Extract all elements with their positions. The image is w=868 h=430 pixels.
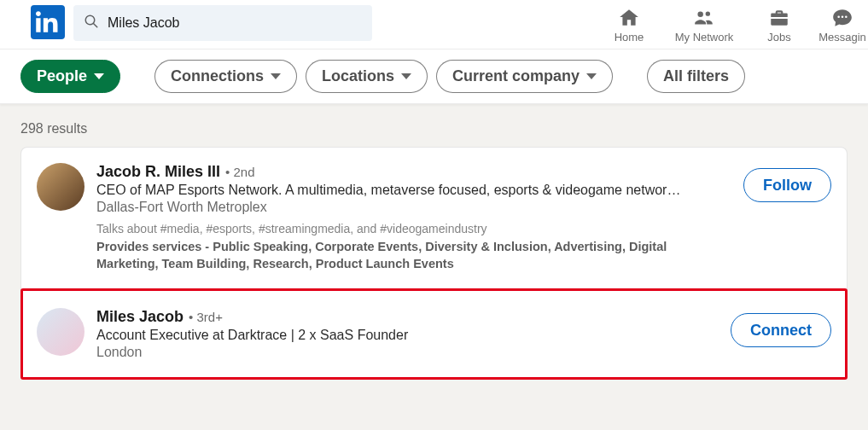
nav-jobs-label: Jobs [767, 31, 790, 44]
home-icon [591, 7, 667, 29]
filter-bar: People Connections Locations Current com… [0, 49, 868, 104]
result-degree: 3rd+ [189, 310, 223, 324]
filter-locations[interactable]: Locations [306, 60, 428, 93]
people-icon [667, 7, 742, 29]
avatar[interactable] [37, 163, 84, 211]
result-services: Provides services - Public Speaking, Cor… [96, 239, 711, 272]
filter-connections-label: Connections [171, 67, 264, 85]
result-location: Dallas-Fort Worth Metroplex [96, 200, 743, 215]
result-info: Miles Jacob 3rd+ Account Executive at Da… [96, 308, 731, 360]
filter-all-label: All filters [663, 67, 729, 85]
nav-home-label: Home [615, 31, 644, 44]
chevron-down-icon [401, 73, 411, 79]
result-name[interactable]: Jacob R. Miles III [96, 163, 220, 181]
briefcase-icon [742, 7, 817, 29]
results-count: 298 results [20, 121, 848, 137]
result-info: Jacob R. Miles III 2nd CEO of MAP Esport… [96, 163, 743, 272]
filter-connections[interactable]: Connections [154, 60, 297, 93]
filter-all[interactable]: All filters [647, 60, 745, 93]
follow-button[interactable]: Follow [743, 168, 831, 202]
search-input[interactable] [108, 15, 362, 31]
nav-messaging[interactable]: Messagin [817, 5, 868, 44]
top-navbar: Home My Network Jobs Messagin [0, 0, 868, 49]
search-icon [84, 14, 108, 32]
filter-people[interactable]: People [20, 60, 120, 93]
result-name[interactable]: Miles Jacob [96, 308, 184, 326]
chevron-down-icon [94, 73, 104, 79]
result-talks-about: Talks about #media, #esports, #streaming… [96, 222, 743, 235]
result-row[interactable]: Jacob R. Miles III 2nd CEO of MAP Esport… [21, 148, 847, 284]
nav-network-label: My Network [675, 31, 734, 44]
filter-people-label: People [37, 67, 87, 85]
search-results-region: 298 results Jacob R. Miles III 2nd CEO o… [0, 104, 868, 380]
result-headline: Account Executive at Darktrace | 2 x Saa… [96, 328, 711, 343]
nav-jobs[interactable]: Jobs [742, 5, 817, 44]
result-location: London [96, 345, 731, 360]
message-icon [817, 7, 868, 29]
nav-home[interactable]: Home [591, 5, 667, 44]
result-row[interactable]: Miles Jacob 3rd+ Account Executive at Da… [21, 289, 847, 379]
avatar[interactable] [37, 308, 84, 356]
nav-network[interactable]: My Network [667, 5, 742, 44]
chevron-down-icon [586, 73, 597, 79]
linkedin-logo[interactable] [31, 5, 65, 39]
filter-locations-label: Locations [322, 67, 394, 85]
filter-company-label: Current company [452, 67, 580, 85]
results-card: Jacob R. Miles III 2nd CEO of MAP Esport… [20, 147, 848, 380]
filter-company[interactable]: Current company [436, 60, 613, 93]
connect-button[interactable]: Connect [731, 313, 831, 347]
nav-messaging-label: Messagin [818, 31, 866, 44]
chevron-down-icon [271, 73, 281, 79]
result-headline: CEO of MAP Esports Network. A multimedia… [96, 183, 711, 198]
search-box[interactable] [73, 5, 372, 41]
result-degree: 2nd [225, 165, 254, 179]
